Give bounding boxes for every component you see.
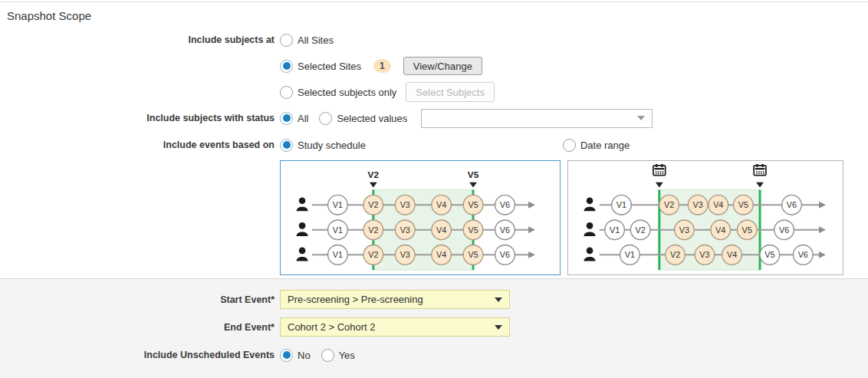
chevron-down-icon	[495, 297, 502, 302]
chevron-down-icon	[495, 325, 502, 330]
all-sites-radio[interactable]	[280, 34, 293, 47]
visit-node-label: V3	[400, 250, 410, 259]
date-range-diagram: V1V2V3V4V5V6V1V2V3V4V5V6V1V2V3V4V5V6	[567, 160, 843, 275]
event-range-section: Start Event* Pre-screening > Pre-screeni…	[0, 278, 868, 377]
status-all-label[interactable]: All	[298, 113, 308, 124]
visit-node-label: V6	[500, 200, 510, 209]
status-all-option: All	[280, 112, 308, 125]
marker-triangle-icon	[370, 182, 377, 188]
selected-sites-radio[interactable]	[280, 60, 293, 73]
visit-node-label: V4	[727, 250, 737, 259]
status-selected-values-label[interactable]: Selected values	[337, 113, 407, 124]
unscheduled-no-option: No	[280, 349, 311, 362]
unscheduled-events-row: Include Unscheduled Events No Yes	[0, 346, 868, 364]
end-event-value: Cohort 2 > Cohort 2	[288, 321, 376, 333]
chevron-down-icon	[637, 116, 645, 120]
marker-triangle-icon	[469, 182, 477, 188]
visit-node-label: V4	[436, 250, 446, 259]
visit-node-label: V2	[368, 200, 378, 209]
include-subjects-at-row: Include subjects at All Sites Selected S…	[0, 31, 868, 101]
visit-node-label: V3	[400, 225, 410, 235]
unscheduled-no-label[interactable]: No	[298, 350, 311, 361]
visit-node-label: V5	[742, 225, 752, 235]
visit-node-label: V4	[436, 225, 446, 235]
study-schedule-label[interactable]: Study schedule	[298, 140, 366, 151]
schedule-diagrams: V1V2V3V4V5V6V1V2V3V4V5V6V1V2V3V4V5V6V2V5…	[0, 160, 868, 275]
selected-subjects-only-radio[interactable]	[280, 86, 293, 99]
visit-node-label: V3	[679, 225, 689, 235]
include-subjects-at-label: Include subjects at	[0, 31, 280, 49]
view-change-button[interactable]: View/Change	[403, 57, 482, 75]
visit-node-label: V4	[713, 200, 723, 209]
marker-triangle-icon	[656, 182, 663, 188]
include-status-row: Include subjects with status All Selecte…	[0, 108, 868, 128]
unscheduled-events-label: Include Unscheduled Events	[0, 350, 280, 360]
visit-node-label: V6	[779, 225, 789, 235]
date-range-label[interactable]: Date range	[580, 140, 630, 151]
visit-node-label: V1	[333, 250, 343, 259]
visit-node-label: V2	[664, 200, 674, 209]
arrow-icon	[528, 251, 535, 258]
person-icon	[584, 222, 596, 236]
visit-node-label: V5	[468, 225, 478, 235]
all-sites-label[interactable]: All Sites	[298, 35, 334, 46]
status-all-radio[interactable]	[280, 112, 293, 125]
date-range-radio[interactable]	[563, 139, 576, 152]
arrow-icon	[528, 226, 535, 233]
include-events-label: Include events based on	[0, 140, 280, 150]
visit-node-label: V2	[368, 225, 378, 235]
start-event-label: Start Event*	[0, 294, 280, 305]
visit-node-label: V5	[468, 200, 478, 209]
select-subjects-button: Select Subjects	[406, 82, 495, 102]
include-status-label: Include subjects with status	[0, 113, 280, 123]
selected-sites-option: Selected Sites 1 View/Change	[280, 57, 495, 75]
visit-node-label: V5	[764, 250, 774, 259]
person-icon	[297, 197, 308, 211]
unscheduled-no-radio[interactable]	[280, 349, 293, 362]
visit-node-label: V2	[636, 225, 646, 235]
label-column-spacer	[0, 160, 280, 275]
calendar-icon	[653, 164, 666, 176]
selected-subjects-only-option: Selected subjects only Select Subjects	[280, 83, 495, 101]
visit-node-label: V2	[670, 250, 680, 259]
status-selected-values-radio[interactable]	[319, 112, 332, 125]
visit-node-label: V5	[738, 200, 748, 209]
visit-node-label: V1	[616, 200, 626, 209]
marker-visit-label: V2	[368, 169, 380, 180]
snapshot-scope-section: Snapshot Scope Include subjects at All S…	[0, 2, 868, 278]
visit-node-label: V1	[610, 225, 620, 235]
include-events-row: Include events based on Study schedule D…	[0, 136, 868, 154]
marker-visit-label: V5	[468, 169, 479, 180]
selected-subjects-only-label[interactable]: Selected subjects only	[298, 87, 396, 98]
visit-node-label: V4	[715, 225, 725, 235]
visit-node-label: V4	[436, 200, 446, 209]
end-event-dropdown[interactable]: Cohort 2 > Cohort 2	[280, 317, 510, 337]
person-icon	[297, 248, 308, 261]
unscheduled-yes-radio[interactable]	[321, 349, 334, 362]
start-event-value: Pre-screening > Pre-screening	[288, 294, 423, 305]
selected-sites-label[interactable]: Selected Sites	[298, 61, 361, 72]
study-schedule-radio[interactable]	[280, 139, 293, 152]
person-icon	[297, 222, 308, 236]
calendar-icon	[754, 164, 766, 176]
visit-node-label: V2	[368, 250, 378, 259]
unscheduled-yes-label[interactable]: Yes	[339, 350, 355, 361]
page-title: Snapshot Scope	[0, 2, 868, 26]
visit-node-label: V1	[333, 200, 343, 209]
end-event-label: End Event*	[0, 322, 280, 333]
person-icon	[584, 197, 596, 211]
visit-node-label: V1	[625, 250, 635, 259]
start-event-dropdown[interactable]: Pre-screening > Pre-screening	[280, 290, 510, 309]
arrow-icon	[819, 202, 826, 209]
visit-node-label: V6	[798, 250, 808, 259]
study-schedule-option: Study schedule	[280, 139, 366, 152]
unscheduled-yes-option: Yes	[321, 349, 355, 362]
visit-node-label: V3	[400, 200, 410, 209]
arrow-icon	[819, 226, 826, 233]
visit-node-label: V6	[500, 225, 510, 235]
arrow-icon	[819, 251, 826, 258]
subjects-at-options: All Sites Selected Sites 1 View/Change S…	[280, 31, 495, 101]
visit-node-label: V5	[468, 250, 478, 259]
end-event-row: End Event* Cohort 2 > Cohort 2	[0, 317, 868, 337]
date-range-option: Date range	[563, 139, 630, 152]
